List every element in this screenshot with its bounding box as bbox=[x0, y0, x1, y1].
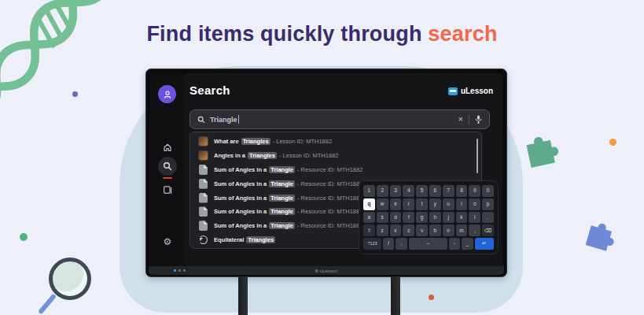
result-title-highlight: Triangles bbox=[248, 152, 277, 159]
keyboard-key[interactable]: h bbox=[429, 212, 441, 224]
result-meta: - Resource ID: MTH1882 bbox=[297, 222, 362, 229]
sidebar-item-settings[interactable]: ⚙ bbox=[158, 232, 177, 251]
keyboard-key[interactable]: , bbox=[469, 224, 480, 236]
keyboard-key[interactable]: e bbox=[390, 198, 402, 210]
result-title: Sum of Angles in aTriangle- Resource ID:… bbox=[214, 208, 362, 215]
keyboard-key[interactable]: . bbox=[482, 212, 494, 224]
keyboard-key[interactable]: ↵ bbox=[475, 238, 494, 250]
active-tab-indicator bbox=[163, 177, 172, 179]
keyboard-key[interactable]: y bbox=[429, 198, 441, 210]
keyboard-key[interactable]: b bbox=[429, 224, 441, 236]
clear-icon[interactable]: × bbox=[458, 115, 463, 124]
search-input[interactable]: Triangle × bbox=[190, 109, 490, 129]
result-type-icon bbox=[199, 165, 208, 175]
keyboard-key[interactable]: 8 bbox=[456, 185, 468, 197]
result-title-highlight: Triangle bbox=[269, 180, 295, 187]
keyboard-key[interactable]: u bbox=[443, 198, 454, 210]
keyboard-key[interactable]: / bbox=[383, 238, 394, 250]
keyboard-key[interactable]: d bbox=[390, 212, 402, 224]
keyboard-key[interactable]: n bbox=[443, 224, 454, 236]
keyboard-key[interactable]: v bbox=[416, 224, 428, 236]
keyboard-key[interactable]: 0 bbox=[482, 185, 494, 197]
keyboard-key[interactable]: a bbox=[363, 212, 375, 224]
result-meta: - Resource ID: MTH1882 bbox=[297, 195, 362, 202]
indicator-icon bbox=[178, 269, 181, 272]
puzzle-icon-blue bbox=[580, 213, 623, 256]
keyboard-key[interactable]: i bbox=[456, 198, 468, 210]
search-icon bbox=[197, 116, 205, 124]
search-icon bbox=[163, 161, 172, 171]
decor-dot-green bbox=[20, 233, 28, 241]
keyboard-key[interactable]: w bbox=[377, 198, 388, 210]
mic-icon[interactable] bbox=[475, 115, 482, 124]
headline-main: Find items quickly through bbox=[146, 22, 421, 46]
keyboard-key[interactable]: r bbox=[403, 198, 414, 210]
result-title-pre: What are bbox=[214, 138, 239, 145]
sidebar-item-library[interactable] bbox=[158, 180, 177, 199]
keyboard-key[interactable]: 4 bbox=[403, 185, 414, 197]
search-result-row[interactable]: What areTriangles- Lesson ID: MTH1882 bbox=[190, 135, 481, 149]
virtual-keyboard: 1234567890 qwertyuiop asdfghjkl. ⇧zxcvbn… bbox=[359, 180, 499, 254]
scrollbar[interactable] bbox=[477, 139, 478, 173]
keyboard-key[interactable]: ⇧ bbox=[363, 224, 375, 236]
sidebar-item-home[interactable] bbox=[158, 138, 177, 157]
ulesson-logo-icon bbox=[448, 87, 458, 95]
result-title-highlight: Triangles bbox=[246, 236, 275, 243]
result-type-icon bbox=[198, 150, 208, 161]
page: Find items quickly through search bbox=[0, 0, 644, 315]
keyboard-key[interactable]: x bbox=[390, 224, 402, 236]
result-meta: - Lesson ID: MTH1882 bbox=[279, 152, 338, 159]
keyboard-key[interactable]: , bbox=[396, 238, 407, 250]
search-input-value: Triangle bbox=[210, 116, 237, 124]
keyboard-key[interactable]: – bbox=[409, 238, 447, 250]
keyboard-key[interactable]: k bbox=[456, 212, 468, 224]
keyboard-key[interactable]: p bbox=[482, 198, 494, 210]
result-meta: - Resource ID: MTH1882 bbox=[297, 166, 362, 173]
keyboard-key[interactable]: 6 bbox=[429, 185, 441, 197]
magnifier-icon bbox=[49, 258, 91, 300]
keyboard-row: ?123/,–-_↵ bbox=[363, 238, 494, 250]
keyboard-key[interactable]: m bbox=[456, 224, 468, 236]
ulesson-logo-text: uLesson bbox=[461, 87, 493, 95]
keyboard-key[interactable]: 2 bbox=[377, 185, 388, 197]
search-result-row[interactable]: Angles in aTriangles- Lesson ID: MTH1882 bbox=[190, 149, 481, 163]
result-type-icon bbox=[199, 179, 208, 189]
result-type-icon bbox=[199, 193, 208, 203]
result-type-icon bbox=[199, 235, 208, 244]
page-title: Find items quickly through search bbox=[0, 22, 644, 46]
keyboard-key[interactable]: g bbox=[416, 212, 428, 224]
avatar[interactable] bbox=[158, 85, 176, 103]
result-title-pre: Sum of Angles in a bbox=[214, 222, 267, 229]
keyboard-key[interactable]: l bbox=[469, 212, 480, 224]
keyboard-key[interactable]: j bbox=[443, 212, 454, 224]
keyboard-key[interactable]: q bbox=[363, 198, 375, 210]
keyboard-key[interactable]: c bbox=[403, 224, 414, 236]
search-result-row[interactable]: Sum of Angles in aTriangle- Resource ID:… bbox=[190, 163, 481, 177]
keyboard-key[interactable]: 5 bbox=[416, 185, 428, 197]
tv-stand-leg bbox=[238, 276, 248, 315]
result-title-pre: Sum of Angles in a bbox=[214, 195, 267, 202]
keyboard-row: qwertyuiop bbox=[363, 198, 494, 210]
result-title: Angles in aTriangles- Lesson ID: MTH1882 bbox=[214, 152, 338, 159]
keyboard-key[interactable]: t bbox=[416, 198, 428, 210]
keyboard-key[interactable]: _ bbox=[462, 238, 473, 250]
keyboard-key[interactable]: 7 bbox=[443, 185, 454, 197]
tv-display: ⚙ Search uLesson Triangle × bbox=[145, 69, 507, 277]
result-title: Sum of Angles in aTriangle- Resource ID:… bbox=[214, 180, 362, 187]
decor-dot-orange bbox=[609, 139, 616, 146]
keyboard-key[interactable]: o bbox=[469, 198, 480, 210]
keyboard-key[interactable]: 3 bbox=[390, 185, 402, 197]
library-icon bbox=[163, 185, 172, 195]
keyboard-key[interactable]: 9 bbox=[469, 185, 480, 197]
keyboard-key[interactable]: f bbox=[403, 212, 414, 224]
keyboard-key[interactable]: - bbox=[449, 238, 460, 250]
keyboard-key[interactable]: ⌫ bbox=[482, 224, 494, 236]
result-type-icon bbox=[199, 220, 208, 231]
keyboard-key[interactable]: s bbox=[377, 212, 388, 224]
keyboard-key[interactable]: ?123 bbox=[363, 238, 381, 250]
screen: ⚙ Search uLesson Triangle × bbox=[150, 73, 502, 267]
keyboard-key[interactable]: z bbox=[377, 224, 388, 236]
keyboard-key[interactable]: 1 bbox=[363, 185, 375, 197]
bezel-indicator-icons bbox=[174, 269, 186, 272]
sidebar-item-search[interactable] bbox=[158, 157, 177, 176]
